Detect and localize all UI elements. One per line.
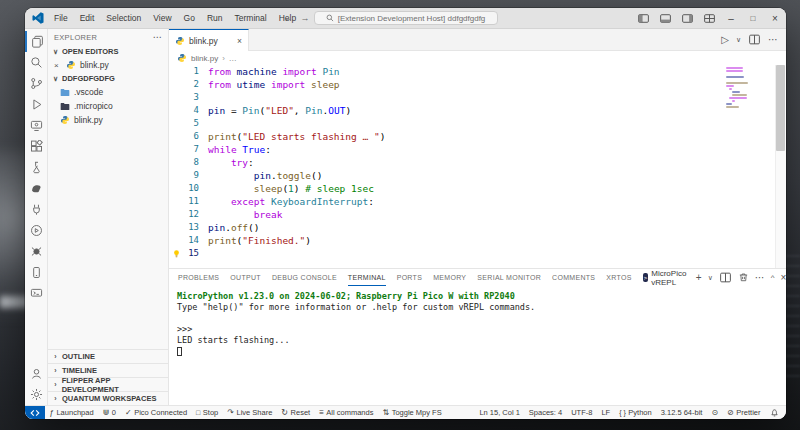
section-quantum-workspaces[interactable]: ›QUANTUM WORKSPACES: [48, 391, 168, 405]
menu-selection[interactable]: Selection: [101, 11, 146, 25]
run-debug-icon[interactable]: [25, 94, 47, 115]
panel-tab-output[interactable]: OUTPUT: [230, 269, 261, 286]
layout-panel-icon[interactable]: [654, 8, 676, 28]
status-live-share[interactable]: ↷Live Share: [223, 406, 277, 419]
explorer-icon[interactable]: [25, 31, 47, 52]
lightbulb-icon[interactable]: [169, 249, 184, 258]
panel-tab-xrtos[interactable]: XRTOS: [606, 269, 631, 286]
close-icon[interactable]: ×: [54, 61, 62, 70]
code-line[interactable]: 4pin = Pin("LED", Pin.OUT): [169, 104, 786, 117]
code-line[interactable]: 13pin.off(): [169, 221, 786, 234]
menu-file[interactable]: File: [49, 11, 73, 25]
minimize-icon[interactable]: –: [720, 8, 742, 28]
file-item-micropico[interactable]: .micropico: [48, 99, 168, 113]
status-remote-indicator[interactable]: [25, 406, 45, 419]
status-language-mode[interactable]: { }Python: [615, 406, 656, 419]
code-line[interactable]: 15: [169, 247, 786, 260]
terminal-output[interactable]: MicroPython v1.23.0 on 2024-06-02; Raspb…: [169, 286, 786, 405]
panel-tab-serial-monitor[interactable]: SERIAL MONITOR: [477, 269, 541, 286]
customize-layout-icon[interactable]: [698, 8, 720, 28]
new-terminal-icon[interactable]: +: [696, 272, 702, 283]
extensions-icon[interactable]: [25, 136, 47, 157]
status-dolphin-counter[interactable]: ⋓0: [98, 406, 120, 419]
status-python-version[interactable]: 3.12.5 64-bit: [656, 406, 707, 419]
scrollbar-thumb[interactable]: [776, 65, 785, 151]
split-editor-icon[interactable]: [748, 33, 761, 46]
status-prettier[interactable]: ⊘Prettier: [723, 406, 765, 419]
close-panel-icon[interactable]: ×: [781, 272, 786, 283]
terminal-list-item[interactable]: > MicroPico vREPL: [643, 269, 690, 287]
maximize-panel-icon[interactable]: ^: [771, 273, 775, 282]
breadcrumb[interactable]: blink.py › …: [169, 51, 786, 65]
panel-tab-comments[interactable]: COMMENTS: [552, 269, 595, 286]
spider-icon[interactable]: [25, 241, 47, 262]
status-launchpad[interactable]: ƒLaunchpad: [45, 406, 98, 419]
section-outline[interactable]: ›OUTLINE: [48, 349, 168, 363]
status-encoding[interactable]: UTF-8: [567, 406, 597, 419]
menu-edit[interactable]: Edit: [75, 11, 100, 25]
device-manager-icon[interactable]: [25, 262, 47, 283]
menu-view[interactable]: View: [148, 11, 176, 25]
pymakr-icon[interactable]: [25, 199, 47, 220]
maximize-icon[interactable]: □: [742, 8, 764, 28]
more-actions-icon[interactable]: ⋯: [755, 272, 765, 283]
code-line[interactable]: 1from machine import Pin: [169, 65, 786, 78]
status-cursor-position[interactable]: Ln 15, Col 1: [475, 406, 524, 419]
kill-terminal-icon[interactable]: [738, 272, 749, 283]
menu-go[interactable]: Go: [179, 11, 200, 25]
status-bug[interactable]: ⊙: [707, 406, 723, 419]
status-all-commands[interactable]: ≡All commands: [315, 406, 378, 419]
micropico-icon[interactable]: [25, 220, 47, 241]
status-stop[interactable]: □Stop: [192, 406, 223, 419]
code-line[interactable]: 10 sleep(1) # sleep 1sec: [169, 182, 786, 195]
testing-icon[interactable]: [25, 157, 47, 178]
status-reset[interactable]: ↻Reset: [277, 406, 315, 419]
status-pico-connected[interactable]: ✓Pico Connected: [120, 406, 191, 419]
status-toggle-mpy-fs[interactable]: ⇅Toggle Mpy FS: [378, 406, 446, 419]
open-editor-item-blink[interactable]: × blink.py: [48, 58, 168, 72]
code-line[interactable]: 3: [169, 91, 786, 104]
code-line[interactable]: 12 break: [169, 208, 786, 221]
nav-back-icon[interactable]: ←: [284, 13, 293, 23]
panel-tab-problems[interactable]: PROBLEMS: [178, 269, 219, 286]
source-control-icon[interactable]: [25, 73, 47, 94]
remote-explorer-icon[interactable]: [25, 115, 47, 136]
workspace-section[interactable]: ∨ DDFGDFGDFG: [48, 72, 168, 85]
close-icon[interactable]: ×: [764, 8, 786, 28]
settings-icon[interactable]: [25, 384, 47, 405]
panel-tab-ports[interactable]: PORTS: [397, 269, 423, 286]
menu-terminal[interactable]: Terminal: [230, 11, 272, 25]
run-python-file-icon[interactable]: ▷: [721, 34, 729, 45]
breadcrumb-symbol[interactable]: …: [229, 54, 237, 63]
run-dropdown-icon[interactable]: ∨: [736, 36, 741, 44]
menu-run[interactable]: Run: [202, 11, 228, 25]
nav-forward-icon[interactable]: →: [301, 13, 310, 23]
status-indentation[interactable]: Spaces: 4: [524, 406, 566, 419]
code-line[interactable]: 6print("LED starts flashing … "): [169, 130, 786, 143]
status-notifications[interactable]: [765, 406, 783, 419]
close-icon[interactable]: ×: [237, 36, 242, 46]
flipper-icon[interactable]: [25, 178, 47, 199]
panel-tab-terminal[interactable]: TERMINAL: [348, 269, 386, 286]
split-terminal-icon[interactable]: [719, 271, 732, 284]
panel-tab-debug-console[interactable]: DEBUG CONSOLE: [272, 269, 337, 286]
breadcrumb-file[interactable]: blink.py: [191, 54, 218, 63]
panel-tab-memory[interactable]: MEMORY: [433, 269, 466, 286]
tab-blink-py[interactable]: blink.py ×: [169, 29, 249, 51]
section-flipper-app-development[interactable]: ›FLIPPER APP DEVELOPMENT: [48, 377, 168, 391]
search-icon[interactable]: [25, 52, 47, 73]
code-editor[interactable]: 1from machine import Pin2from utime impo…: [169, 65, 786, 268]
code-line[interactable]: 11 except KeyboardInterrupt:: [169, 195, 786, 208]
command-center[interactable]: [Extension Development Host] ddfgdfgdfg: [314, 11, 498, 25]
code-line[interactable]: 2from utime import sleep: [169, 78, 786, 91]
terminal-dropdown-icon[interactable]: ∨: [708, 274, 713, 282]
code-line[interactable]: 7while True:: [169, 143, 786, 156]
editor-scrollbar[interactable]: [775, 65, 786, 268]
code-line[interactable]: 8 try:: [169, 156, 786, 169]
open-editors-section[interactable]: ∨ OPEN EDITORS: [48, 45, 168, 58]
code-line[interactable]: 14print("Finished."): [169, 234, 786, 247]
file-item-vscode[interactable]: .vscode: [48, 85, 168, 99]
more-actions-icon[interactable]: ⋯: [768, 34, 778, 45]
account-icon[interactable]: [25, 363, 47, 384]
serial-monitor-icon[interactable]: [25, 283, 47, 304]
